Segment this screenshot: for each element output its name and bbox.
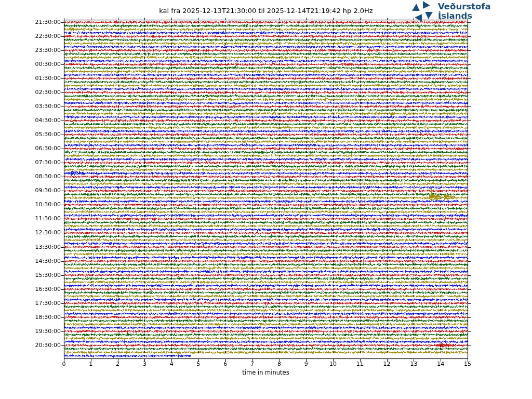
x-tick-label: 12 (378, 361, 396, 367)
x-tick-label: 5 (190, 361, 207, 367)
x-tick-label: 2 (109, 361, 127, 367)
x-tick-label: 6 (217, 361, 234, 367)
y-tick-label: 04:30:00 (0, 117, 61, 124)
y-tick-label: 01:30:00 (0, 75, 61, 82)
y-tick-label: 10:30:00 (0, 201, 61, 208)
imo-logo: Veðurstofa Íslands (411, 0, 521, 23)
x-axis-title: time in minutes (64, 369, 468, 376)
y-tick-label: 22:30:00 (0, 33, 61, 39)
x-tick-label: 3 (136, 361, 153, 367)
y-tick-label: 08:30:00 (0, 173, 61, 180)
logo-line2: Íslands (438, 11, 491, 21)
logo-line1: Veðurstofa (438, 2, 491, 11)
x-tick-label: 14 (432, 361, 449, 367)
helicorder-plot-canvas (0, 0, 532, 399)
y-tick-label: 21:30:00 (0, 19, 61, 25)
x-tick-label: 4 (163, 361, 180, 367)
x-tick-label: 9 (297, 361, 315, 367)
x-tick-label: 13 (405, 361, 422, 367)
y-tick-label: 13:30:00 (0, 244, 61, 250)
x-tick-label: 1 (82, 361, 100, 367)
y-tick-label: 20:30:00 (0, 342, 61, 349)
x-tick-label: 11 (351, 361, 369, 367)
y-tick-label: 06:30:00 (0, 145, 61, 152)
y-tick-label: 17:30:00 (0, 300, 61, 307)
logo-text: Veðurstofa Íslands (438, 2, 491, 20)
y-tick-label: 02:30:00 (0, 89, 61, 96)
y-tick-label: 19:30:00 (0, 328, 61, 335)
y-tick-label: 09:30:00 (0, 187, 61, 194)
y-tick-label: 15:30:00 (0, 272, 61, 278)
y-tick-label: 12:30:00 (0, 229, 61, 236)
x-tick-label: 8 (270, 361, 288, 367)
x-tick-label: 10 (324, 361, 342, 367)
y-tick-label: 03:30:00 (0, 103, 61, 110)
x-tick-label: 0 (55, 361, 73, 367)
x-tick-label: 15 (459, 361, 476, 367)
y-tick-label: 23:30:00 (0, 47, 61, 54)
y-tick-label: 11:30:00 (0, 215, 61, 222)
y-tick-label: 05:30:00 (0, 131, 61, 138)
x-tick-label: 7 (244, 361, 261, 367)
seismogram-page: kal fra 2025-12-13T21:30:00 til 2025-12-… (0, 0, 532, 399)
y-tick-label: 07:30:00 (0, 159, 61, 166)
y-tick-label: 14:30:00 (0, 258, 61, 264)
pinwheel-logo-icon (411, 1, 433, 22)
y-tick-label: 16:30:00 (0, 286, 61, 292)
y-tick-label: 18:30:00 (0, 314, 61, 321)
y-tick-label: 00:30:00 (0, 61, 61, 68)
